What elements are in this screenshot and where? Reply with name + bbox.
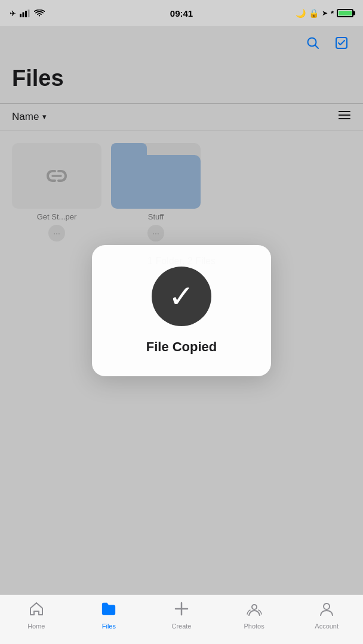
modal-title: File Copied: [146, 339, 217, 355]
status-time: 09:41: [170, 8, 193, 18]
battery-indicator: [337, 9, 353, 17]
tab-create[interactable]: Create: [158, 601, 205, 630]
modal-card: ✓ File Copied: [92, 245, 271, 376]
tab-home[interactable]: Home: [13, 601, 60, 630]
files-icon: [101, 601, 116, 621]
tab-files-label: Files: [102, 623, 116, 630]
wifi-icon: [34, 10, 45, 17]
bluetooth-icon: *: [331, 9, 334, 18]
success-icon-circle: ✓: [152, 267, 211, 326]
moon-icon: 🌙: [296, 8, 306, 18]
tab-home-label: Home: [27, 623, 45, 630]
signal-icon: [20, 10, 30, 17]
airplane-icon: ✈: [10, 9, 16, 18]
status-bar: ✈ 09:41 🌙 🔒 ➤ *: [0, 0, 363, 26]
modal-overlay: ✓ File Copied: [0, 26, 363, 595]
svg-rect-1: [23, 12, 24, 17]
tab-files[interactable]: Files: [85, 601, 133, 630]
photos-icon: [247, 601, 262, 621]
tab-create-label: Create: [171, 623, 191, 630]
tab-photos[interactable]: Photos: [230, 601, 278, 630]
svg-point-17: [324, 603, 330, 609]
account-icon: [319, 601, 334, 621]
svg-rect-0: [20, 14, 21, 17]
status-right: 🌙 🔒 ➤ *: [296, 8, 353, 18]
lock-icon: 🔒: [309, 8, 319, 18]
main-content: Files Name ▾: [0, 26, 363, 595]
status-left: ✈: [10, 9, 45, 18]
home-icon: [29, 601, 44, 621]
tab-account[interactable]: Account: [303, 601, 350, 630]
create-icon: [174, 601, 189, 621]
svg-rect-3: [28, 10, 30, 17]
location-icon: ➤: [322, 9, 328, 17]
svg-point-16: [252, 605, 257, 609]
tab-account-label: Account: [315, 623, 339, 630]
tab-photos-label: Photos: [244, 623, 264, 630]
checkmark-icon: ✓: [168, 281, 195, 312]
svg-rect-2: [25, 11, 27, 17]
tab-bar: Home Files Create Photo: [0, 595, 363, 644]
